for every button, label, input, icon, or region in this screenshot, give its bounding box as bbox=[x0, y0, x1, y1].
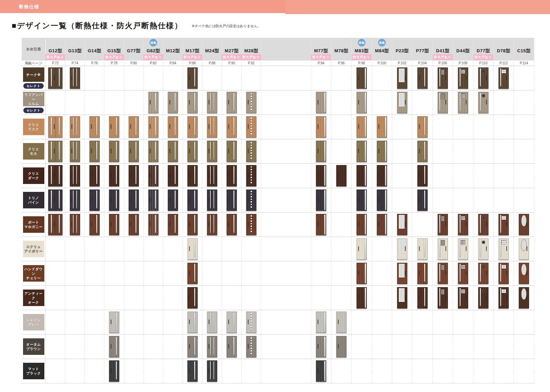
handle-part bbox=[228, 100, 229, 105]
door-autumn-brown-M17 bbox=[187, 336, 198, 357]
slit-part bbox=[51, 166, 52, 184]
cell-rough-amber-elm-M12 bbox=[163, 90, 183, 115]
cell-autumn-brown-G12 bbox=[46, 335, 65, 359]
deco-part bbox=[441, 69, 444, 75]
cell-torino-pine-gap bbox=[261, 188, 311, 213]
door-crie-rusk-G14 bbox=[89, 116, 100, 138]
select-badge-teak: セレクト bbox=[23, 83, 44, 89]
cell-crie-mocha-P23 bbox=[392, 139, 412, 164]
cell-hand-down-cherry-C15 bbox=[514, 261, 534, 286]
column-header-D78: D78型 bbox=[494, 38, 514, 61]
gwin-part bbox=[461, 94, 465, 98]
handle-part bbox=[405, 75, 406, 80]
door-rough-amber-elm-G82 bbox=[148, 92, 158, 113]
cell-boat-mahogany-D44 bbox=[453, 213, 473, 237]
slit-part bbox=[213, 337, 214, 355]
column-header-D77: D77型防火戸あり bbox=[473, 38, 494, 61]
slit-part bbox=[424, 68, 425, 86]
door-crie-mocha-G12 bbox=[48, 141, 63, 162]
handle-part bbox=[91, 222, 92, 227]
door-boat-mahogany-D44 bbox=[458, 214, 468, 235]
handle-part bbox=[527, 271, 527, 275]
cell-crie-dark-M28 bbox=[242, 164, 261, 188]
select-badge-rough-amber-elm: セレクト bbox=[23, 108, 44, 113]
cell-teak-D41 bbox=[433, 66, 453, 90]
cell-crie-dark-M84 bbox=[372, 164, 392, 188]
door-crie-dark-M27 bbox=[227, 165, 237, 186]
cell-matte-black-G12 bbox=[46, 359, 65, 383]
column-header-gap bbox=[261, 38, 311, 61]
cell-autumn-brown-M28 bbox=[242, 335, 261, 359]
cell-shine-gray-C15 bbox=[514, 310, 534, 335]
slit-part bbox=[365, 215, 366, 235]
slit-part bbox=[194, 68, 195, 86]
handle-part bbox=[446, 222, 446, 227]
color-swatch-hand-down-cherry: ハンドダウンチェリー bbox=[23, 265, 44, 282]
cell-rough-amber-elm-C15 bbox=[514, 90, 534, 115]
cell-shine-gray-G15 bbox=[104, 310, 124, 335]
door-boat-mahogany-G13 bbox=[70, 214, 80, 235]
cell-antique-oak-M17 bbox=[183, 286, 202, 310]
column-header-M78: M78型 bbox=[331, 38, 352, 61]
slit-part bbox=[233, 142, 234, 160]
slit-part bbox=[365, 239, 366, 259]
dots-part bbox=[251, 191, 252, 208]
slit-part bbox=[175, 190, 176, 208]
cell-crie-mocha-M24 bbox=[202, 139, 222, 164]
slit-part bbox=[59, 166, 60, 184]
slit-part bbox=[194, 239, 195, 257]
cell-crie-dark-G77 bbox=[124, 164, 144, 188]
slit-part bbox=[76, 117, 77, 135]
slit-part bbox=[324, 92, 326, 112]
door-boat-mahogany-M77 bbox=[316, 214, 326, 235]
swatch-label-crie-rusk-1: ラスク bbox=[28, 127, 39, 131]
cell-matte-black-P77 bbox=[412, 359, 433, 383]
cell-shine-gray-M78 bbox=[331, 310, 352, 335]
slit-part bbox=[194, 288, 195, 306]
door-crie-dark-G14 bbox=[89, 165, 100, 186]
column-header-M17: M17型防火戸あり bbox=[183, 38, 202, 61]
cell-matte-black-M27 bbox=[222, 359, 242, 383]
handle-part bbox=[150, 173, 151, 178]
handle-part bbox=[209, 173, 209, 178]
oval-part bbox=[522, 289, 526, 299]
door-shine-gray-M17 bbox=[187, 312, 198, 333]
cell-crie-mocha-gap bbox=[261, 139, 311, 164]
cell-autumn-brown-M77 bbox=[311, 335, 331, 359]
row-header-teak: チーク※セレクト bbox=[22, 66, 46, 90]
slit-part bbox=[500, 68, 501, 86]
column-header-G77: G77型 bbox=[124, 38, 144, 61]
page-cell-gap bbox=[261, 61, 311, 66]
door-rough-amber-elm-D44 bbox=[458, 92, 468, 113]
section-tag: 断熱仕様 bbox=[19, 4, 40, 10]
cell-matte-black-G14 bbox=[85, 359, 104, 383]
handle-part bbox=[130, 222, 131, 227]
door-torino-pine-G12 bbox=[48, 189, 63, 211]
cell-crie-mocha-C15 bbox=[514, 139, 534, 164]
page-cell-P77: P.104 bbox=[412, 61, 433, 66]
door-hand-down-cherry-C15 bbox=[519, 263, 529, 284]
slit-part bbox=[233, 337, 234, 355]
handle-part bbox=[318, 344, 318, 349]
door-crie-dark-G12 bbox=[48, 165, 63, 186]
cell-crie-rusk-M17 bbox=[183, 115, 202, 139]
column-label-D44: D44型 bbox=[453, 48, 473, 54]
door-torino-pine-G77 bbox=[129, 189, 139, 211]
door-crie-mocha-M84 bbox=[377, 141, 387, 162]
slit-part bbox=[51, 190, 52, 208]
handle-part bbox=[466, 295, 466, 300]
cell-matte-black-gap bbox=[261, 359, 311, 383]
slit-part bbox=[194, 337, 195, 355]
handle-part bbox=[419, 295, 420, 300]
slit-part bbox=[194, 190, 195, 208]
door-torino-pine-M17 bbox=[187, 189, 198, 211]
page-title: ■デザイン一覧（断熱仕様・防火戸断熱仕様） bbox=[12, 21, 183, 31]
door-teak-M17 bbox=[187, 67, 198, 89]
fire-badge-G82: 防火戸あり bbox=[143, 54, 163, 60]
title-block: ■デザイン一覧（断熱仕様・防火戸断熱仕様） ※チーク色には防火戸の設定はありませ… bbox=[12, 21, 261, 31]
slit-part bbox=[194, 361, 195, 379]
win-part bbox=[399, 289, 404, 301]
cell-crie-dark-D44 bbox=[453, 164, 473, 188]
swatch-label-crie-rusk-0: クリエ bbox=[28, 122, 39, 127]
cell-matte-black-M24 bbox=[202, 359, 222, 383]
